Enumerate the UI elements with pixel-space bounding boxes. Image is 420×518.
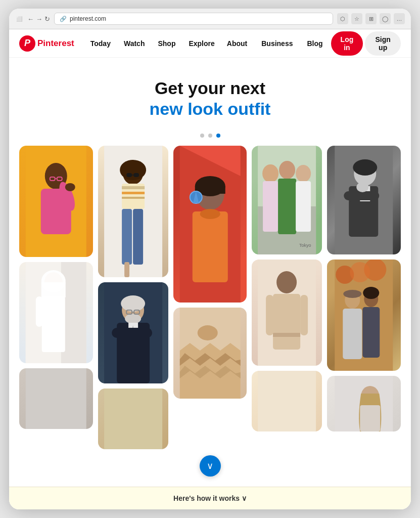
page-content: P Pinterest Today Watch Shop Explore Abo…	[9, 29, 411, 509]
grid-icon[interactable]: ⊞	[365, 13, 377, 24]
svg-point-50	[198, 325, 218, 340]
nav-today[interactable]: Today	[84, 36, 117, 51]
svg-rect-83	[363, 307, 380, 358]
svg-point-79	[344, 290, 362, 298]
svg-rect-47	[193, 211, 228, 282]
back-button[interactable]: ←	[27, 15, 34, 23]
nav-business[interactable]: Business	[255, 36, 299, 51]
hero-subtitle: new look outfit	[19, 99, 401, 119]
masonry-col-2	[98, 146, 168, 487]
svg-rect-56	[278, 179, 296, 234]
pin-card-4-3[interactable]	[252, 371, 322, 431]
svg-rect-20	[126, 173, 132, 177]
url-text: pinterest.com	[70, 15, 106, 22]
extensions-icon[interactable]: ⬡	[337, 13, 348, 24]
masonry-area: Tokyo	[9, 138, 411, 487]
pin-card-5-2[interactable]	[327, 260, 401, 371]
svg-text:Tokyo: Tokyo	[299, 243, 311, 248]
svg-point-4	[65, 183, 75, 191]
svg-point-77	[350, 262, 370, 282]
profile-icon[interactable]: ◯	[380, 13, 391, 24]
svg-rect-63	[273, 333, 300, 337]
nav-shop[interactable]: Shop	[152, 36, 181, 51]
svg-rect-86	[360, 405, 381, 431]
pinterest-nav: P Pinterest Today Watch Shop Explore Abo…	[9, 29, 411, 58]
svg-point-57	[296, 165, 311, 182]
svg-rect-40	[112, 328, 152, 338]
svg-rect-13	[41, 282, 66, 297]
pin-card-4-2[interactable]	[252, 260, 322, 366]
pin-card-2-3[interactable]	[98, 388, 168, 449]
pinterest-logo-icon: P	[19, 35, 35, 52]
nav-logo[interactable]: P Pinterest	[19, 35, 74, 52]
svg-rect-21	[133, 173, 139, 177]
pin-card-1-3[interactable]	[19, 368, 93, 429]
pin-card-4-1[interactable]: Tokyo	[252, 146, 322, 254]
masonry-col-1	[19, 146, 93, 487]
svg-rect-66	[258, 371, 316, 431]
nav-blog[interactable]: Blog	[301, 36, 329, 51]
pin-card-2-1[interactable]	[98, 146, 168, 277]
forward-button[interactable]: →	[36, 15, 42, 23]
browser-toolbar: ⬜ ← → ↻ 🔗 pinterest.com ⬡ ☆ ⊞ ◯ …	[9, 9, 411, 29]
nav-right: About Business Blog Log in Sign up	[221, 31, 401, 56]
svg-rect-58	[296, 181, 311, 232]
nav-about[interactable]: About	[221, 36, 253, 51]
svg-point-73	[357, 182, 369, 192]
hero-section: Get your next new look outfit	[9, 58, 411, 487]
hero-title: Get your next	[19, 78, 401, 99]
pin-card-3-1[interactable]	[173, 146, 247, 303]
refresh-button[interactable]: ↻	[44, 15, 50, 23]
new-tab-icon: ⬜	[15, 15, 23, 23]
svg-rect-26	[122, 197, 145, 199]
logo-text: Pinterest	[37, 38, 74, 49]
bookmark-icon[interactable]: ☆	[351, 13, 362, 24]
svg-rect-27	[122, 209, 132, 265]
nav-explore[interactable]: Explore	[182, 36, 220, 51]
svg-rect-54	[263, 181, 278, 232]
svg-rect-24	[122, 186, 145, 189]
svg-point-69	[353, 159, 378, 176]
svg-rect-64	[266, 295, 273, 335]
svg-rect-25	[122, 192, 145, 194]
svg-point-19	[120, 160, 146, 180]
svg-rect-62	[273, 294, 300, 350]
browser-controls: ⬜	[15, 15, 23, 23]
svg-point-82	[363, 287, 380, 299]
signup-button[interactable]: Sign up	[365, 31, 401, 56]
device-frame: ⬜ ← → ↻ 🔗 pinterest.com ⬡ ☆ ⊞ ◯ …	[9, 9, 411, 509]
dot-2[interactable]	[208, 134, 212, 138]
svg-rect-28	[133, 209, 143, 265]
svg-rect-80	[343, 309, 362, 359]
pin-card-1-2[interactable]	[19, 262, 93, 363]
hero-text: Get your next new look outfit	[9, 58, 411, 127]
bottom-bar[interactable]: Here's how it works ∨	[9, 487, 411, 509]
pin-card-2-2[interactable]	[98, 282, 168, 383]
svg-point-55	[279, 161, 295, 179]
masonry-col-5	[327, 146, 401, 487]
nav-left: Today Watch Shop Explore	[84, 36, 221, 51]
svg-rect-15	[36, 296, 43, 327]
login-button[interactable]: Log in	[331, 31, 363, 56]
dot-3[interactable]	[216, 134, 220, 138]
svg-rect-14	[42, 296, 65, 352]
address-bar[interactable]: 🔗 pinterest.com	[54, 13, 333, 25]
carousel-dots	[9, 134, 411, 138]
masonry-col-3	[173, 146, 247, 487]
nav-arrows: ← → ↻	[27, 15, 50, 23]
masonry-col-4: Tokyo	[252, 146, 322, 487]
pin-card-3-2[interactable]	[173, 308, 247, 399]
svg-point-48	[200, 209, 220, 219]
browser-actions: ⬡ ☆ ⊞ ◯ …	[337, 13, 405, 24]
svg-rect-16	[26, 368, 86, 429]
lock-icon: 🔗	[60, 16, 67, 22]
svg-point-53	[262, 164, 278, 183]
pin-card-5-3[interactable]	[327, 376, 401, 431]
pin-card-5-1[interactable]	[327, 146, 401, 254]
nav-watch[interactable]: Watch	[118, 36, 151, 51]
menu-icon[interactable]: …	[394, 13, 405, 24]
dot-1[interactable]	[200, 134, 204, 138]
svg-rect-41	[104, 388, 162, 449]
scroll-down-button[interactable]: ∨	[200, 455, 221, 477]
pin-card-1-1[interactable]	[19, 146, 93, 257]
